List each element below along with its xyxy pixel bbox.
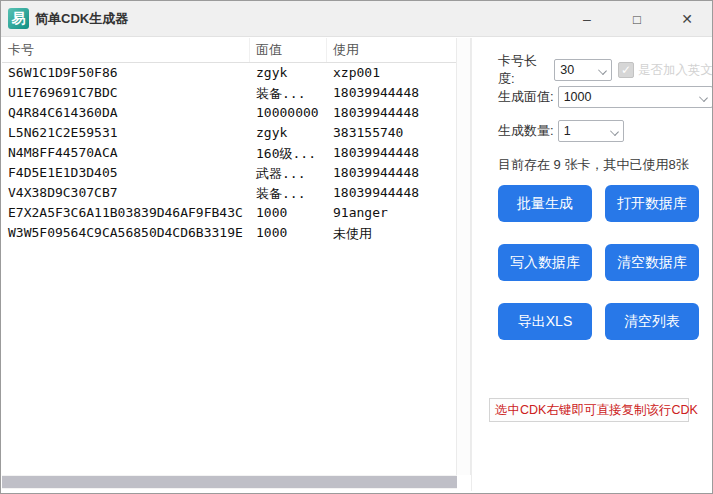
table-row[interactable]: V4X38D9C307CB7装备...18039944448	[2, 185, 456, 205]
cell-usage: 18039944448	[327, 165, 456, 185]
chevron-down-icon	[610, 127, 619, 136]
cell-usage: 383155740	[327, 125, 456, 145]
horizontal-scrollbar-thumb[interactable]	[2, 476, 457, 488]
open-database-button[interactable]: 打开数据库	[605, 185, 699, 222]
cell-card: Q4R84C614360DA	[2, 105, 250, 125]
close-icon[interactable]: ✕	[662, 1, 712, 37]
maximize-icon[interactable]: □	[612, 1, 662, 37]
horizontal-scrollbar[interactable]	[2, 475, 457, 489]
cdk-list: 卡号 面值 使用 S6W1C1D9F50F86zgykxzp001U1E7696…	[2, 38, 472, 491]
chevron-down-icon	[598, 66, 607, 75]
cell-card: F4D5E1E1D3D405	[2, 165, 250, 185]
english-checkbox-wrap: ✓ 是否加入英文	[618, 62, 713, 79]
table-row[interactable]: S6W1C1D9F50F86zgykxzp001	[2, 65, 456, 85]
cell-usage: 未使用	[327, 225, 456, 245]
cell-card: N4M8FF44570ACA	[2, 145, 250, 165]
cell-value: zgyk	[250, 125, 327, 145]
column-header-usage[interactable]: 使用	[327, 38, 456, 62]
card-length-select[interactable]: 30	[554, 59, 612, 81]
vertical-scrollbar[interactable]	[456, 38, 471, 475]
cell-usage: 18039944448	[327, 145, 456, 165]
cell-card: E7X2A5F3C6A11B03839D46AF9FB43C	[2, 205, 250, 225]
chevron-down-icon	[699, 93, 708, 102]
column-header-card[interactable]: 卡号	[2, 38, 250, 62]
table-row[interactable]: W3W5F09564C9CA56850D4CD6B3319E1000未使用	[2, 225, 456, 245]
cell-value: 10000000	[250, 105, 327, 125]
cell-usage: xzp001	[327, 65, 456, 85]
cell-usage: 18039944448	[327, 105, 456, 125]
app-icon: 易	[8, 8, 29, 29]
title-bar: 易 简单CDK生成器 – □ ✕	[1, 1, 712, 37]
window-title: 简单CDK生成器	[35, 10, 128, 28]
clear-database-button[interactable]: 清空数据库	[605, 244, 699, 281]
quantity-select[interactable]: 1	[558, 120, 624, 142]
table-row[interactable]: Q4R84C614360DA1000000018039944448	[2, 105, 456, 125]
english-checkbox[interactable]: ✓	[618, 62, 634, 78]
copy-hint-label: 选中CDK右键即可直接复制该行CDK	[489, 398, 689, 422]
table-row[interactable]: L5N621C2E59531zgyk383155740	[2, 125, 456, 145]
status-text: 目前存在 9 张卡，其中已使用8张	[498, 156, 689, 174]
cell-usage: 91anger	[327, 205, 456, 225]
cell-card: W3W5F09564C9CA56850D4CD6B3319E	[2, 225, 250, 245]
table-row[interactable]: N4M8FF44570ACA160级...18039944448	[2, 145, 456, 165]
minimize-icon[interactable]: –	[562, 1, 612, 37]
cell-card: U1E769691C7BDC	[2, 85, 250, 105]
column-header-value[interactable]: 面值	[250, 38, 327, 62]
cell-value: zgyk	[250, 65, 327, 85]
window-controls: – □ ✕	[562, 1, 712, 37]
app-window: 易 简单CDK生成器 – □ ✕ 卡号 面值 使用 S6W1C1D9F50F86…	[0, 0, 713, 494]
english-checkbox-label: 是否加入英文	[638, 62, 713, 79]
table-row[interactable]: U1E769691C7BDC装备...18039944448	[2, 85, 456, 105]
cell-usage: 18039944448	[327, 185, 456, 205]
quantity-label: 生成数量:	[498, 122, 554, 140]
face-value-select[interactable]: 1000	[558, 86, 713, 108]
card-length-value: 30	[560, 63, 574, 77]
face-value-label: 生成面值:	[498, 88, 554, 106]
table-body: S6W1C1D9F50F86zgykxzp001U1E769691C7BDC装备…	[2, 65, 456, 245]
cell-card: V4X38D9C307CB7	[2, 185, 250, 205]
write-database-button[interactable]: 写入数据库	[498, 244, 592, 281]
batch-generate-button[interactable]: 批量生成	[498, 185, 592, 222]
cell-value: 160级...	[250, 145, 327, 165]
face-value-value: 1000	[564, 90, 592, 104]
cell-usage: 18039944448	[327, 85, 456, 105]
control-panel: 卡号长度: 30 ✓ 是否加入英文 生成面值: 1000 生成数量: 1	[481, 38, 713, 494]
cell-value: 1000	[250, 225, 327, 245]
table-row[interactable]: F4D5E1E1D3D405武器...18039944448	[2, 165, 456, 185]
cell-value: 装备...	[250, 185, 327, 205]
cell-value: 武器...	[250, 165, 327, 185]
clear-list-button[interactable]: 清空列表	[605, 303, 699, 340]
cell-value: 装备...	[250, 85, 327, 105]
table-row[interactable]: E7X2A5F3C6A11B03839D46AF9FB43C100091ange…	[2, 205, 456, 225]
card-length-label: 卡号长度:	[498, 52, 550, 88]
list-header: 卡号 面值 使用	[2, 38, 456, 63]
cell-card: L5N621C2E59531	[2, 125, 250, 145]
cell-card: S6W1C1D9F50F86	[2, 65, 250, 85]
cell-value: 1000	[250, 205, 327, 225]
export-xls-button[interactable]: 导出XLS	[498, 303, 592, 340]
quantity-value: 1	[564, 124, 571, 138]
